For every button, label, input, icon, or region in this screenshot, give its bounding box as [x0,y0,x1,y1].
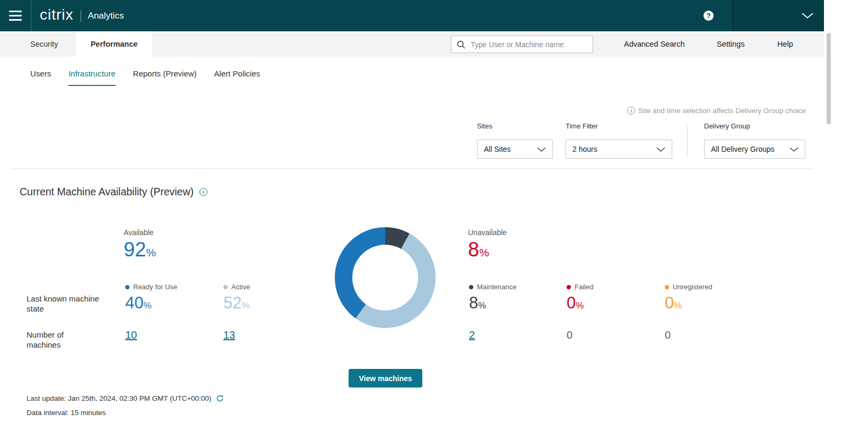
state-col-failed: Failed 0% 0 [567,283,593,341]
sites-dropdown-value: All Sites [484,145,511,153]
subtabs: Users Infrastructure Reports (Preview) A… [30,69,260,86]
help-icon[interactable]: ? [704,11,714,21]
subtab-users[interactable]: Users [30,69,51,86]
legend-item: Unregistered [665,283,712,291]
machines-row-label: Number of machines [27,330,96,350]
section-divider [12,168,812,169]
machine-count-link[interactable]: 13 [223,329,250,341]
machine-count: 0 [665,329,712,341]
main-navbar: Security Performance Advanced Search Set… [0,31,824,57]
delivery-group-dropdown[interactable]: All Delivery Groups [704,140,805,159]
legend-dot [125,285,129,289]
filter-note: i Site and time selection affects Delive… [627,107,806,115]
search-icon [457,40,465,49]
state-label: Unregistered [673,283,712,291]
hamburger-bar [9,11,22,12]
section-title: Current Machine Availability (Preview) i [20,186,207,198]
state-col-maintenance: Maintenance 8% 2 [469,283,516,341]
available-value: 92% [124,238,156,262]
state-percent: 0% [665,294,712,313]
legend-dot [469,285,473,289]
info-icon[interactable]: i [199,188,207,196]
last-update-text: Last update: Jan 25th, 2024, 02:30 PM GM… [27,394,211,402]
last-update: Last update: Jan 25th, 2024, 02:30 PM GM… [27,394,224,402]
user-menu[interactable] [732,0,824,31]
state-percent: 8% [469,294,516,313]
chevron-down-icon [656,147,665,152]
state-label: Ready for Use [133,283,177,291]
unavailable-label: Unavailable [468,228,507,237]
time-filter-dropdown[interactable]: 2 hours [566,140,672,159]
sites-dropdown[interactable]: All Sites [477,140,553,159]
nav-link-advanced-search[interactable]: Advanced Search [624,31,684,57]
nav-link-settings[interactable]: Settings [717,31,744,57]
state-percent: 0% [567,294,593,313]
search-input[interactable] [470,40,587,49]
legend-item: Failed [567,283,593,291]
legend-dot [567,285,571,289]
data-interval: Data interval: 15 minutes [27,409,106,417]
legend-item: Active [223,283,250,291]
machine-count-link[interactable]: 10 [125,329,177,341]
product-name: Analytics [88,11,124,21]
legend-dot [665,285,669,289]
refresh-icon[interactable] [216,394,224,402]
state-col-ready-for-use: Ready for Use 40% 10 [125,283,177,341]
delivery-group-dropdown-value: All Delivery Groups [711,145,775,153]
chevron-down-icon [789,147,798,152]
state-percent: 40% [125,294,177,313]
brand-divider [81,10,81,22]
time-filter-label: Time Filter [566,122,598,130]
state-row-label: Last known machine state [27,294,117,314]
filter-divider [687,126,688,157]
machine-count-link[interactable]: 2 [469,329,516,341]
state-col-active: Active 52% 13 [223,283,250,341]
subtab-alert-policies[interactable]: Alert Policies [214,69,261,86]
nav-link-help[interactable]: Help [777,31,793,57]
citrix-logo: citrix [40,7,74,22]
search-box [451,36,593,53]
info-icon: i [627,107,635,115]
topbar: citrix Analytics ? [0,0,824,31]
subtab-reports[interactable]: Reports (Preview) [133,69,197,86]
state-label: Failed [575,283,593,291]
hamburger-bar [9,19,22,21]
state-col-unregistered: Unregistered 0% 0 [665,283,712,341]
legend-dot [223,285,228,289]
unavailable-value: 8% [468,238,489,262]
time-filter-dropdown-value: 2 hours [572,145,597,153]
hamburger-bar [9,15,22,16]
state-label: Active [231,283,250,291]
legend-item: Ready for Use [125,283,177,291]
delivery-group-label: Delivery Group [704,122,750,130]
view-machines-button[interactable]: View machines [349,369,422,387]
chevron-down-icon [537,147,546,152]
availability-donut [335,227,436,328]
brand: citrix Analytics [40,8,124,23]
state-label: Maintenance [477,283,516,291]
chevron-down-icon [802,13,813,19]
state-percent: 52% [223,294,250,313]
machine-count: 0 [567,329,593,341]
section-title-text: Current Machine Availability (Preview) [20,186,194,198]
tab-performance[interactable]: Performance [76,31,152,57]
sites-label: Sites [477,122,492,130]
available-label: Available [124,228,154,237]
vertical-scrollbar[interactable] [827,33,831,124]
legend-item: Maintenance [469,283,516,291]
citrix-analytics-page: citrix Analytics ? Security Performance … [0,0,868,448]
filter-note-text: Site and time selection affects Delivery… [638,107,806,115]
subtab-infrastructure[interactable]: Infrastructure [68,69,115,86]
tab-security[interactable]: Security [30,31,58,57]
hamburger-menu-button[interactable] [0,0,31,31]
